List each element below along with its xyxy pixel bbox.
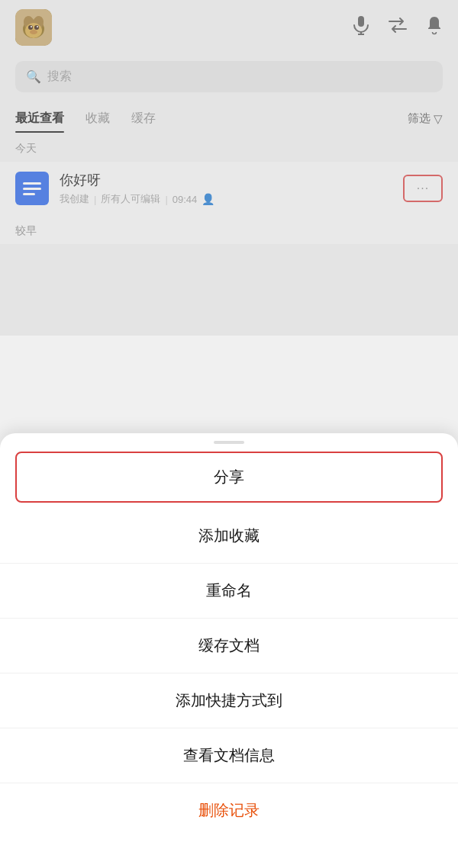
- earlier-section-label: 较早: [0, 215, 458, 244]
- rename-label: 重命名: [206, 582, 252, 599]
- sheet-handle: [214, 441, 244, 444]
- switch-icon[interactable]: [388, 18, 408, 37]
- doc-meta-editable: 所有人可编辑: [101, 192, 160, 206]
- svg-point-8: [31, 26, 32, 27]
- delete-label: 删除记录: [198, 802, 260, 818]
- share-label: 分享: [214, 468, 244, 485]
- tab-cache[interactable]: 缓存: [131, 104, 156, 133]
- add-favorite-label: 添加收藏: [198, 527, 260, 544]
- tab-recent[interactable]: 最近查看: [15, 104, 64, 133]
- filter-label: 筛选: [408, 111, 431, 126]
- search-icon: 🔍: [26, 69, 41, 84]
- top-icons: [353, 15, 443, 40]
- bell-icon[interactable]: [426, 15, 443, 40]
- menu-view-info[interactable]: 查看文档信息: [0, 728, 458, 783]
- svg-rect-10: [358, 16, 364, 27]
- more-dots: ···: [417, 182, 429, 195]
- doc-icon: [15, 172, 49, 205]
- avatar[interactable]: [15, 9, 52, 46]
- doc-meta-created: 我创建: [60, 192, 89, 206]
- bottom-sheet: 分享 添加收藏 重命名 缓存文档 添加快捷方式到 查看文档信息 删除记录: [0, 433, 458, 868]
- menu-share[interactable]: 分享: [15, 452, 443, 503]
- filter-icon: ▽: [434, 112, 443, 126]
- menu-add-favorite[interactable]: 添加收藏: [0, 509, 458, 564]
- tab-favorites[interactable]: 收藏: [85, 104, 110, 133]
- tabs-row: 最近查看 收藏 缓存 筛选 ▽: [0, 104, 458, 133]
- doc-line-1: [23, 182, 41, 185]
- doc-line-2: [23, 188, 41, 190]
- filter-button[interactable]: 筛选 ▽: [408, 111, 443, 126]
- doc-meta-time: 09:44: [173, 194, 198, 205]
- search-bar[interactable]: 🔍 搜索: [15, 61, 443, 92]
- meta-sep-2: |: [165, 194, 167, 205]
- view-info-label: 查看文档信息: [183, 747, 275, 764]
- doc-icon-lines: [17, 176, 47, 201]
- svg-point-5: [28, 25, 33, 30]
- cache-doc-label: 缓存文档: [198, 637, 260, 654]
- more-button[interactable]: ···: [403, 175, 443, 202]
- menu-delete[interactable]: 删除记录: [0, 783, 458, 837]
- search-placeholder: 搜索: [47, 69, 72, 85]
- doc-line-3: [23, 193, 35, 195]
- add-shortcut-label: 添加快捷方式到: [176, 692, 282, 709]
- meta-sep-1: |: [94, 194, 96, 205]
- top-bar: [0, 0, 458, 55]
- doc-item: 你好呀 我创建 | 所有人可编辑 | 09:44 👤 ···: [0, 162, 458, 215]
- menu-rename[interactable]: 重命名: [0, 564, 458, 619]
- svg-point-9: [37, 26, 38, 27]
- svg-point-6: [34, 25, 39, 30]
- doc-meta-share-icon: 👤: [202, 193, 214, 205]
- doc-info: 你好呀 我创建 | 所有人可编辑 | 09:44 👤: [60, 171, 403, 206]
- mic-icon[interactable]: [353, 15, 369, 40]
- menu-add-shortcut[interactable]: 添加快捷方式到: [0, 674, 458, 728]
- doc-title[interactable]: 你好呀: [60, 171, 403, 189]
- menu-cache-doc[interactable]: 缓存文档: [0, 619, 458, 674]
- svg-point-7: [30, 30, 37, 34]
- doc-meta: 我创建 | 所有人可编辑 | 09:44 👤: [60, 192, 403, 206]
- today-section-label: 今天: [0, 133, 458, 162]
